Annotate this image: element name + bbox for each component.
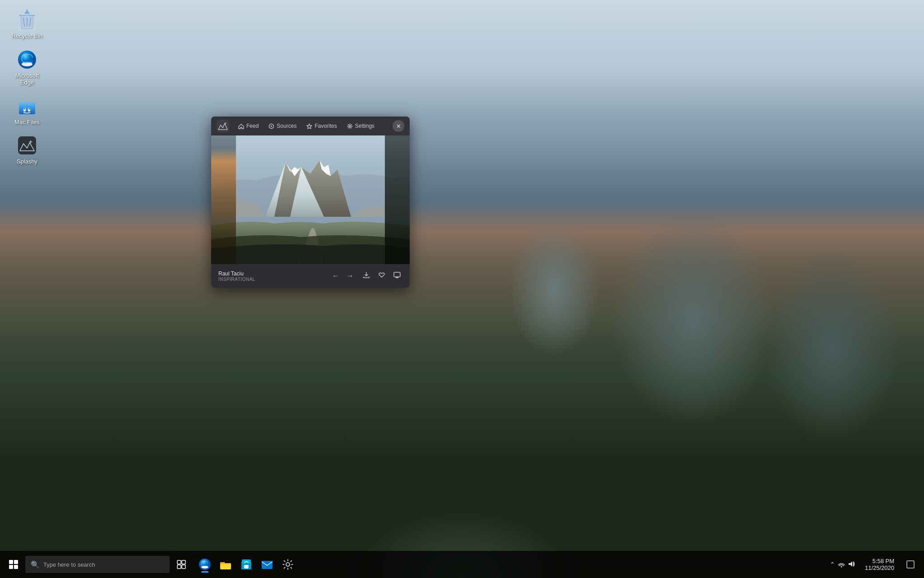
- system-clock[interactable]: 5:58 PM 11/25/2020: [861, 558, 898, 571]
- splashy-label: Splashy: [17, 158, 37, 165]
- mail-taskbar-icon: [261, 559, 273, 570]
- desktop-background: [0, 0, 924, 578]
- splashy-titlebar: Feed Sources Favorites Se: [211, 117, 410, 135]
- task-view-button[interactable]: [171, 555, 191, 574]
- taskbar-edge[interactable]: [195, 555, 215, 574]
- tray-overflow-icon[interactable]: ⌃: [830, 561, 835, 568]
- settings-icon: [347, 123, 353, 129]
- svg-point-22: [199, 559, 211, 570]
- svg-rect-9: [18, 136, 36, 154]
- splashy-footer: Raul Taciu INSPIRATIONAL ← →: [211, 264, 410, 288]
- splashy-desktop-icon: [16, 135, 38, 156]
- svg-point-28: [841, 566, 842, 567]
- home-icon: [238, 123, 244, 129]
- taskbar-store[interactable]: [236, 555, 256, 574]
- svg-point-12: [225, 123, 226, 124]
- favorites-icon: [306, 123, 312, 129]
- svg-rect-29: [907, 561, 914, 568]
- nav-favorites[interactable]: Favorites: [302, 121, 341, 131]
- photo-info: Raul Taciu INSPIRATIONAL: [218, 270, 325, 282]
- main-photo: [211, 135, 410, 264]
- desktop-icon-recycle-bin[interactable]: Recycle Bin: [9, 9, 45, 40]
- svg-rect-20: [177, 565, 181, 569]
- svg-point-15: [349, 125, 351, 127]
- desktop-icon-splashy[interactable]: Splashy: [9, 135, 45, 165]
- nav-feed[interactable]: Feed: [234, 121, 263, 131]
- clock-date: 11/25/2020: [865, 564, 894, 571]
- settings-nav-label: Settings: [355, 123, 374, 129]
- taskbar-mail[interactable]: [257, 555, 277, 574]
- svg-rect-26: [262, 561, 273, 569]
- close-button[interactable]: ✕: [393, 120, 404, 132]
- svg-point-27: [286, 563, 290, 566]
- file-explorer-taskbar-icon: [219, 559, 232, 570]
- task-view-icon: [177, 560, 186, 569]
- taskbar-file-explorer[interactable]: [216, 555, 236, 574]
- photographer-name: Raul Taciu: [218, 270, 325, 277]
- favorites-nav-label: Favorites: [314, 123, 337, 129]
- tray-icons-area: ⌃: [826, 560, 859, 569]
- wallpaper-mountains: [0, 0, 924, 578]
- svg-rect-17: [394, 272, 400, 277]
- svg-rect-11: [217, 120, 229, 132]
- mountain-photo-svg: [211, 135, 410, 264]
- svg-rect-19: [182, 560, 185, 564]
- recycle-bin-label: Recycle Bin: [12, 33, 43, 40]
- wallpaper-button[interactable]: [392, 270, 402, 282]
- system-tray: ⌃ 5:58 PM 11/25/2020: [826, 555, 920, 574]
- taskbar-apps: [195, 555, 298, 574]
- taskbar-settings[interactable]: [278, 555, 298, 574]
- image-peek-left: [211, 135, 236, 264]
- mac-files-label: Mac Files: [14, 119, 40, 126]
- desktop-icon-mac-files[interactable]: Mac Files: [9, 95, 45, 126]
- notification-center-button[interactable]: [901, 555, 920, 574]
- nav-arrows: ← →: [330, 270, 356, 282]
- nav-settings[interactable]: Settings: [342, 121, 379, 131]
- clock-time: 5:58 PM: [873, 558, 894, 564]
- svg-point-14: [271, 126, 272, 127]
- splashy-window: Feed Sources Favorites Se: [211, 117, 410, 288]
- edge-taskbar-icon: [199, 558, 211, 571]
- taskbar-search[interactable]: 🔍 Type here to search: [25, 556, 170, 573]
- desktop-icon-edge[interactable]: Microsoft Edge: [9, 49, 45, 86]
- splashy-image-area: [211, 135, 410, 264]
- photo-category: INSPIRATIONAL: [218, 277, 325, 282]
- start-button[interactable]: [4, 555, 23, 574]
- volume-tray-icon[interactable]: [848, 560, 855, 569]
- svg-rect-25: [244, 565, 249, 569]
- store-taskbar-icon: [240, 559, 252, 570]
- svg-rect-21: [182, 565, 185, 569]
- action-buttons: [361, 270, 402, 282]
- sources-icon: [268, 123, 274, 129]
- desktop-icons-container: Recycle Bin Microsoft Edge: [0, 0, 54, 174]
- svg-point-23: [201, 566, 208, 569]
- feed-nav-label: Feed: [246, 123, 259, 129]
- splashy-logo-icon: [217, 120, 229, 132]
- svg-point-8: [29, 108, 30, 109]
- svg-point-10: [30, 141, 32, 143]
- next-button[interactable]: →: [345, 270, 356, 282]
- svg-rect-18: [177, 560, 181, 564]
- edge-label: Microsoft Edge: [9, 72, 45, 86]
- search-placeholder-text: Type here to search: [43, 561, 95, 568]
- nav-sources[interactable]: Sources: [264, 121, 301, 131]
- search-icon: 🔍: [31, 560, 40, 569]
- network-tray-icon[interactable]: [838, 560, 845, 569]
- taskbar: 🔍 Type here to search: [0, 551, 924, 578]
- recycle-bin-icon: [16, 9, 38, 31]
- mac-files-icon: [16, 95, 38, 117]
- notification-icon: [906, 560, 915, 569]
- favorite-button[interactable]: [376, 270, 387, 282]
- image-peek-right: [385, 135, 410, 264]
- windows-logo-icon: [9, 560, 18, 569]
- splashy-nav: Feed Sources Favorites Se: [234, 121, 391, 131]
- edge-icon: [16, 49, 38, 70]
- settings-taskbar-icon: [282, 559, 294, 570]
- svg-point-7: [24, 108, 25, 109]
- download-button[interactable]: [361, 270, 372, 282]
- prev-button[interactable]: ←: [330, 270, 341, 282]
- sources-nav-label: Sources: [277, 123, 296, 129]
